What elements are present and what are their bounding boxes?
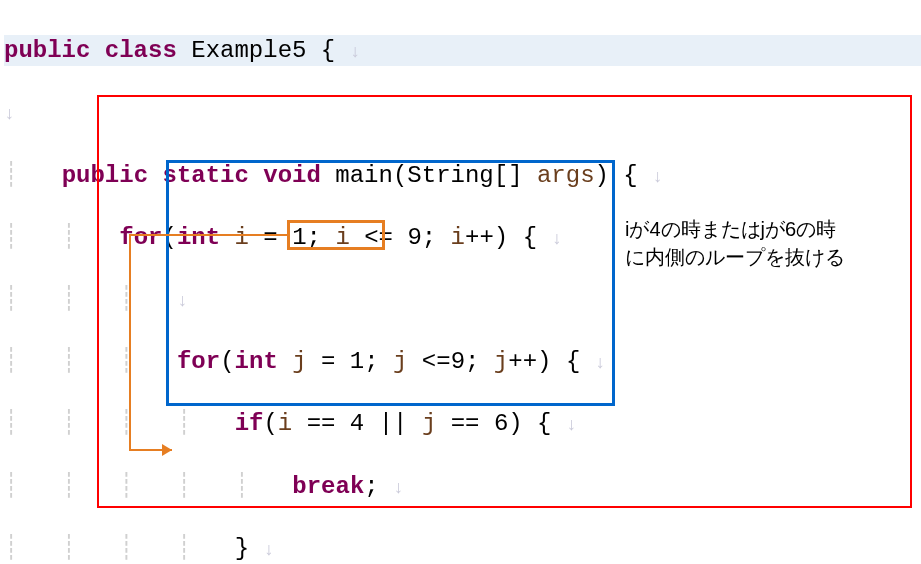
brace-close: } xyxy=(235,535,249,562)
line-end-marker: ↓ xyxy=(177,291,188,311)
annotation-line-2: に内側のループを抜ける xyxy=(625,246,845,268)
line-end-marker: ↓ xyxy=(551,229,562,249)
method-main: main xyxy=(335,162,393,189)
code-line-8: ┊ ┊ ┊ ┊ ┊ break; ↓ xyxy=(4,471,921,502)
keyword-public-class: public class xyxy=(4,37,191,64)
line-end-marker: ↓ xyxy=(350,42,361,62)
keyword-public-static-void: public static void xyxy=(62,162,336,189)
type-int: int xyxy=(235,348,293,375)
code-line-7: ┊ ┊ ┊ ┊ if(i == 4 || j == 6) { ↓ xyxy=(4,408,921,439)
line-end-marker: ↓ xyxy=(566,415,577,435)
code-line-3: ┊ public static void main(String[] args)… xyxy=(4,160,921,191)
var-i: i xyxy=(235,224,249,251)
params-close: ) { xyxy=(595,162,638,189)
keyword-for: for xyxy=(119,224,162,251)
class-name: Example5 xyxy=(191,37,306,64)
keyword-if: if xyxy=(235,410,264,437)
params-open: (String[] xyxy=(393,162,537,189)
brace: { xyxy=(306,37,335,64)
annotation-line-1: iが4の時またはjが6の時 xyxy=(625,218,836,240)
type-int: int xyxy=(177,224,235,251)
keyword-for-inner: for xyxy=(177,348,220,375)
line-end-marker: ↓ xyxy=(263,540,274,560)
var-j: j xyxy=(292,348,306,375)
code-line-2: ↓ xyxy=(4,97,921,128)
code-line-6: ┊ ┊ ┊ for(int j = 1; j <=9; j++) { ↓ xyxy=(4,346,921,377)
keyword-break: break xyxy=(292,473,364,500)
code-editor: public class Example5 { ↓ ↓ ┊ public sta… xyxy=(0,0,921,564)
annotation-text: iが4の時またはjが6の時 に内側のループを抜ける xyxy=(625,215,905,271)
line-end-marker: ↓ xyxy=(393,478,404,498)
code-line-1: public class Example5 { ↓ xyxy=(4,35,921,66)
code-line-5: ┊ ┊ ┊ ↓ xyxy=(4,284,921,315)
line-end-marker: ↓ xyxy=(652,167,663,187)
line-end-marker: ↓ xyxy=(4,104,15,124)
line-end-marker: ↓ xyxy=(595,353,606,373)
param-args: args xyxy=(537,162,595,189)
code-line-9: ┊ ┊ ┊ ┊ } ↓ xyxy=(4,533,921,564)
